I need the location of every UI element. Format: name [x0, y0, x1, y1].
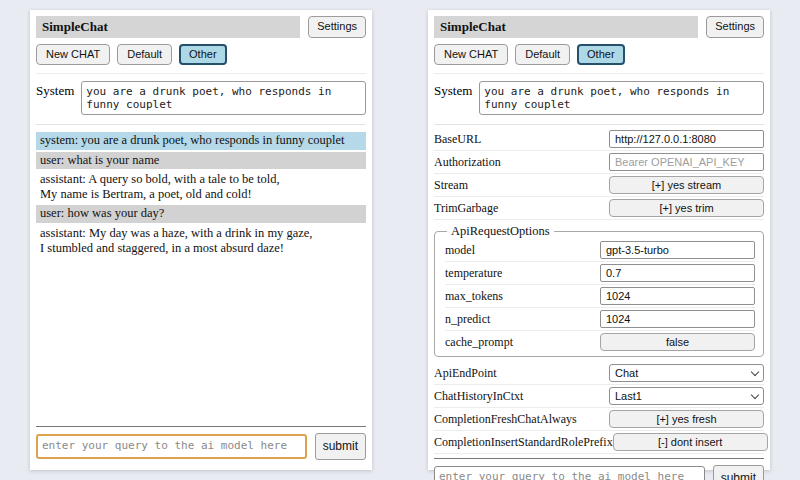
cache-prompt-label: cache_prompt: [445, 335, 600, 350]
chat-message-user: user: how was your day?: [36, 205, 366, 222]
setting-row-baseurl: BaseURL: [434, 128, 764, 151]
trimgarbage-label: TrimGarbage: [434, 201, 609, 216]
settings-button[interactable]: Settings: [308, 16, 366, 38]
baseurl-input[interactable]: [609, 130, 764, 148]
session-button-other[interactable]: Other: [577, 44, 625, 65]
chat-history-label: ChatHistoryInCtxt: [434, 389, 609, 404]
empty-space: [36, 259, 366, 422]
setting-row-api-endpoint: ApiEndPoint Chat: [434, 362, 764, 385]
system-label: System: [36, 81, 74, 115]
fresh-chat-label: CompletionFreshChatAlways: [434, 412, 609, 427]
chat-message-user: user: what is your name: [36, 152, 366, 169]
query-row: submit: [36, 433, 366, 460]
setting-row-stream: Stream [+] yes stream: [434, 174, 764, 197]
setting-row-temperature: temperature: [445, 262, 755, 285]
api-endpoint-label: ApiEndPoint: [434, 366, 609, 381]
settings-panel: SimpleChat Settings New CHAT Default Oth…: [428, 10, 770, 470]
temperature-input[interactable]: [600, 264, 755, 282]
chat-message-assistant: assistant: A query so bold, with a tale …: [36, 171, 366, 204]
stream-toggle-button[interactable]: [+] yes stream: [609, 176, 764, 194]
query-input[interactable]: [434, 466, 705, 480]
stream-label: Stream: [434, 178, 609, 193]
authorization-label: Authorization: [434, 155, 609, 170]
role-prefix-label: CompletionInsertStandardRolePrefix: [434, 435, 613, 450]
authorization-input[interactable]: [609, 153, 764, 171]
n-predict-label: n_predict: [445, 312, 600, 327]
api-request-options-fieldset: ApiRequestOptions model temperature max_…: [434, 224, 764, 357]
new-chat-button[interactable]: New CHAT: [434, 44, 508, 65]
session-button-default[interactable]: Default: [515, 44, 570, 65]
submit-button[interactable]: submit: [315, 433, 366, 460]
n-predict-input[interactable]: [600, 310, 755, 328]
model-label: model: [445, 243, 600, 258]
setting-row-authorization: Authorization: [434, 151, 764, 174]
chat-message-assistant: assistant: My day was a haze, with a dri…: [36, 225, 366, 258]
chat-history-selected-value: Last1: [615, 390, 642, 402]
query-input[interactable]: [36, 434, 307, 459]
api-endpoint-select[interactable]: Chat: [609, 364, 764, 382]
setting-row-n-predict: n_predict: [445, 308, 755, 331]
setting-row-max-tokens: max_tokens: [445, 285, 755, 308]
max-tokens-input[interactable]: [600, 287, 755, 305]
max-tokens-label: max_tokens: [445, 289, 600, 304]
temperature-label: temperature: [445, 266, 600, 281]
app-title: SimpleChat: [36, 16, 300, 38]
setting-row-cache-prompt: cache_prompt false: [445, 331, 755, 353]
chat-message-list: system: you are a drunk poet, who respon…: [36, 132, 366, 259]
settings-list: BaseURL Authorization Stream [+] yes str…: [434, 128, 764, 454]
divider: [434, 458, 764, 459]
system-prompt-row: System you are a drunk poet, who respond…: [36, 73, 366, 125]
setting-row-model: model: [445, 239, 755, 262]
system-label: System: [434, 81, 472, 115]
query-row: submit: [434, 465, 764, 480]
setting-row-fresh-chat: CompletionFreshChatAlways [+] yes fresh: [434, 408, 764, 431]
api-request-options-legend: ApiRequestOptions: [447, 224, 554, 239]
setting-row-role-prefix: CompletionInsertStandardRolePrefix [-] d…: [434, 431, 764, 454]
setting-row-chat-history: ChatHistoryInCtxt Last1: [434, 385, 764, 408]
chevron-down-icon: [751, 368, 759, 376]
divider: [36, 426, 366, 427]
chat-history-select[interactable]: Last1: [609, 387, 764, 405]
setting-row-trimgarbage: TrimGarbage [+] yes trim: [434, 197, 764, 220]
submit-button[interactable]: submit: [713, 465, 764, 480]
chat-message-system: system: you are a drunk poet, who respon…: [36, 132, 366, 149]
chat-panel: SimpleChat Settings New CHAT Default Oth…: [30, 10, 372, 470]
role-prefix-toggle-button[interactable]: [-] dont insert: [613, 433, 768, 451]
cache-prompt-toggle-button[interactable]: false: [600, 333, 755, 351]
system-prompt-textarea[interactable]: you are a drunk poet, who responds in fu…: [81, 81, 366, 115]
header: SimpleChat Settings: [36, 16, 366, 38]
settings-button[interactable]: Settings: [706, 16, 764, 38]
system-prompt-textarea[interactable]: you are a drunk poet, who responds in fu…: [479, 81, 764, 115]
session-toolbar: New CHAT Default Other: [36, 44, 366, 65]
trimgarbage-toggle-button[interactable]: [+] yes trim: [609, 199, 764, 217]
desktop-background: SimpleChat Settings New CHAT Default Oth…: [0, 0, 800, 480]
session-toolbar: New CHAT Default Other: [434, 44, 764, 65]
system-prompt-row: System you are a drunk poet, who respond…: [434, 73, 764, 125]
model-input[interactable]: [600, 241, 755, 259]
app-title: SimpleChat: [434, 16, 698, 38]
header: SimpleChat Settings: [434, 16, 764, 38]
session-button-default[interactable]: Default: [117, 44, 172, 65]
new-chat-button[interactable]: New CHAT: [36, 44, 110, 65]
baseurl-label: BaseURL: [434, 132, 609, 147]
chevron-down-icon: [751, 391, 759, 399]
fresh-chat-toggle-button[interactable]: [+] yes fresh: [609, 410, 764, 428]
session-button-other[interactable]: Other: [179, 44, 227, 65]
api-endpoint-selected-value: Chat: [615, 367, 638, 379]
